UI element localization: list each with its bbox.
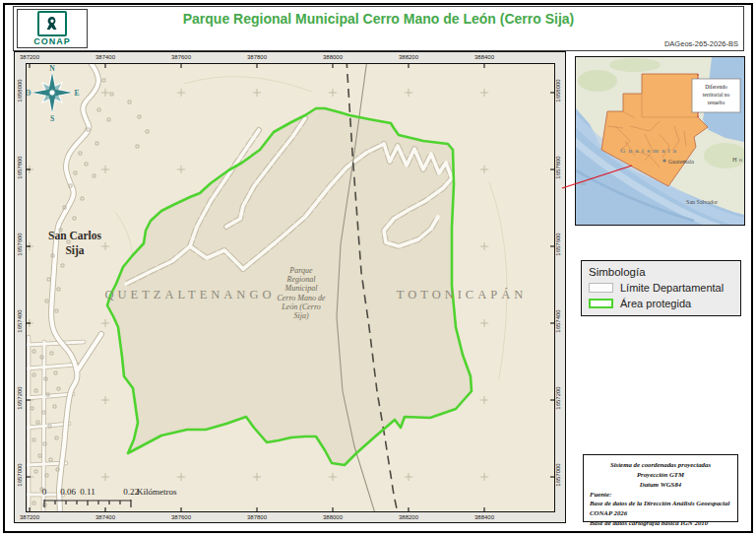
y-tick-label: 1658000 [17, 79, 23, 101]
quetzal-icon [37, 11, 67, 36]
y-tick-label: 1657600 [17, 233, 23, 255]
park-label: Municipal [284, 284, 319, 293]
capital-city-dot [662, 159, 665, 162]
y-tick-label: 1658000 [555, 79, 561, 101]
map-canvas: N E S O San Carlos Sija QUETZALTENANGO T… [26, 63, 555, 512]
y-tick-label: 1657000 [555, 463, 561, 486]
town-label-line1: San Carlos [48, 230, 102, 241]
credits-box: Sistema de coordenadas proyectadas Proye… [583, 454, 738, 522]
x-tick-label: 387600 [171, 54, 191, 60]
locator-inset-map: Guatemala Guatemala San Salvador Ho 721 … [575, 56, 745, 226]
x-tick-label: 388400 [474, 514, 494, 520]
credits-line: Base de datos de la Dirección Análisis G… [590, 499, 731, 508]
park-label: Sija) [293, 311, 308, 320]
credits-line: Fuente: [590, 490, 731, 500]
legend-item-label: Área protegida [620, 298, 691, 309]
conap-logo: CONAP [17, 9, 88, 48]
credits-line: Sistema de coordenadas proyectadas [590, 460, 731, 470]
topographic-map: N E S O San Carlos Sija QUETZALTENANGO T… [27, 64, 554, 511]
x-tick-label: 387200 [20, 54, 39, 60]
x-tick-label: 387200 [20, 514, 39, 520]
x-tick-label: 388200 [399, 54, 418, 60]
city-label: San Salvador [686, 199, 718, 205]
legend-item-departmental-limit: Límite Departamental [589, 282, 733, 294]
compass-w-label: O [27, 89, 32, 98]
neighbor-country-partial-label: Ho [732, 156, 744, 163]
conap-logo-text: CONAP [33, 37, 71, 46]
compass-e-label: E [74, 89, 79, 98]
document-id: DAGeos-265-2026-BS [664, 39, 738, 48]
x-tick-label: 388000 [323, 514, 343, 520]
legend-box: Simbología Límite Departamental Área pro… [581, 260, 741, 316]
park-label: León (Cerro [281, 302, 320, 311]
scale-tick-label: 0 [42, 487, 47, 497]
park-label: Cerro Mano de [277, 294, 325, 302]
x-tick-label: 387400 [95, 54, 115, 60]
x-tick-label: 387800 [247, 54, 267, 60]
park-label: Parque [288, 266, 313, 275]
scale-tick-label: 0.11 [80, 487, 94, 497]
compass-n-label: N [49, 64, 55, 73]
scale-unit-label: Kilómetros [137, 487, 177, 497]
departmental-limit-swatch [589, 283, 613, 293]
credits-line: Base de datos cartografía básica IGN 201… [590, 518, 731, 528]
legend-title: Simbología [589, 266, 733, 278]
y-tick-label: 1657000 [17, 463, 23, 486]
x-tick-label: 388000 [323, 54, 343, 60]
x-tick-label: 387400 [95, 514, 115, 520]
x-tick-label: 387600 [171, 514, 191, 520]
town-label-line2: Sija [65, 244, 84, 257]
territorial-note: Diferendo territorial no resuelto [692, 79, 740, 112]
map-frame: 387200 387400 387600 387800 388000 38820… [14, 51, 566, 523]
protected-area-swatch [589, 299, 613, 308]
map-title: Parque Regional Municipal Cerro Mano de … [167, 10, 591, 29]
legend-item-label: Límite Departamental [620, 282, 724, 294]
compass-s-label: S [50, 114, 54, 123]
road-number-label: 721 [579, 181, 587, 186]
department-label-right: TOTONICAPÁN [397, 288, 527, 302]
header: CONAP Parque Regional Municipal Cerro Ma… [13, 6, 744, 51]
credits-line: Proyección GTM [590, 470, 731, 480]
y-tick-label: 1657600 [555, 233, 561, 255]
note-line: resuelto [708, 100, 725, 105]
park-label: Regional [286, 275, 317, 284]
y-tick-label: 1657400 [17, 309, 23, 332]
y-tick-label: 1657800 [17, 156, 23, 178]
y-tick-label: 1657200 [555, 386, 561, 409]
note-line: territorial no [703, 92, 730, 98]
credits-line: Datum WGS84 [590, 480, 731, 490]
note-line: Diferendo [705, 84, 727, 90]
country-label: Guatemala [620, 147, 679, 155]
x-tick-label: 388400 [474, 54, 494, 60]
legend-item-protected-area: Área protegida [589, 298, 733, 309]
x-tick-label: 388200 [399, 514, 418, 520]
scale-tick-label: 0.06 [60, 487, 76, 497]
department-label-left: QUETZALTENANGO [105, 288, 276, 302]
credits-line: CONAP 2026 [590, 508, 731, 518]
x-tick-label: 387800 [247, 514, 267, 520]
y-tick-label: 1657200 [17, 386, 23, 409]
y-tick-label: 1657800 [555, 156, 561, 178]
y-tick-label: 1657400 [555, 309, 561, 332]
capital-city-label: Guatemala [668, 159, 694, 165]
